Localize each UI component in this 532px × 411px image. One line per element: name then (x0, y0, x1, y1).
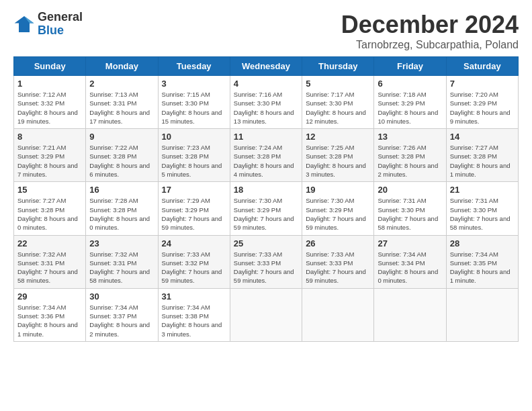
calendar-cell: 7Sunrise: 7:20 AMSunset: 3:29 PMDaylight… (446, 76, 518, 129)
day-info: Sunrise: 7:21 AMSunset: 3:29 PMDaylight:… (17, 143, 82, 179)
calendar-cell: 18Sunrise: 7:30 AMSunset: 3:29 PMDayligh… (230, 182, 302, 235)
calendar-cell: 6Sunrise: 7:18 AMSunset: 3:29 PMDaylight… (374, 76, 446, 129)
day-info: Sunrise: 7:31 AMSunset: 3:30 PMDaylight:… (378, 196, 442, 232)
page-header: General Blue December 2024 Tarnobrzeg, S… (13, 11, 519, 51)
day-number: 6 (378, 79, 442, 89)
day-number: 13 (378, 132, 442, 142)
day-number: 15 (17, 185, 82, 195)
day-number: 24 (162, 238, 226, 248)
calendar-cell (446, 288, 518, 341)
day-info: Sunrise: 7:32 AMSunset: 3:31 PMDaylight:… (89, 250, 154, 285)
day-number: 31 (162, 291, 226, 302)
title-block: December 2024 Tarnobrzeg, Subcarpathia, … (341, 11, 519, 51)
day-info: Sunrise: 7:34 AMSunset: 3:38 PMDaylight:… (162, 303, 226, 338)
day-info: Sunrise: 7:17 AMSunset: 3:30 PMDaylight:… (306, 90, 370, 126)
day-info: Sunrise: 7:25 AMSunset: 3:28 PMDaylight:… (306, 143, 370, 179)
day-info: Sunrise: 7:32 AMSunset: 3:31 PMDaylight:… (17, 250, 82, 285)
day-number: 17 (162, 185, 226, 195)
day-number: 18 (234, 185, 298, 195)
day-number: 26 (306, 238, 370, 248)
day-info: Sunrise: 7:31 AMSunset: 3:30 PMDaylight:… (450, 196, 515, 232)
day-number: 28 (450, 238, 515, 248)
day-info: Sunrise: 7:27 AMSunset: 3:28 PMDaylight:… (17, 196, 82, 232)
day-info: Sunrise: 7:34 AMSunset: 3:34 PMDaylight:… (378, 250, 442, 285)
day-of-week-header: Monday (86, 57, 158, 76)
calendar-cell: 4Sunrise: 7:16 AMSunset: 3:30 PMDaylight… (230, 76, 302, 129)
calendar-cell: 27Sunrise: 7:34 AMSunset: 3:34 PMDayligh… (374, 235, 446, 288)
calendar-cell: 8Sunrise: 7:21 AMSunset: 3:29 PMDaylight… (14, 129, 86, 182)
calendar-cell: 30Sunrise: 7:34 AMSunset: 3:37 PMDayligh… (86, 288, 158, 341)
day-of-week-header: Thursday (302, 57, 374, 76)
month-title: December 2024 (341, 11, 519, 39)
day-info: Sunrise: 7:18 AMSunset: 3:29 PMDaylight:… (378, 90, 442, 126)
day-info: Sunrise: 7:30 AMSunset: 3:29 PMDaylight:… (306, 196, 370, 232)
logo-text: General Blue (38, 11, 83, 38)
day-of-week-header: Sunday (14, 57, 86, 76)
calendar-cell: 16Sunrise: 7:28 AMSunset: 3:28 PMDayligh… (86, 182, 158, 235)
calendar-cell: 17Sunrise: 7:29 AMSunset: 3:29 PMDayligh… (158, 182, 230, 235)
location-title: Tarnobrzeg, Subcarpathia, Poland (341, 39, 519, 51)
calendar-cell: 23Sunrise: 7:32 AMSunset: 3:31 PMDayligh… (86, 235, 158, 288)
day-info: Sunrise: 7:16 AMSunset: 3:30 PMDaylight:… (234, 90, 298, 126)
calendar-cell: 1Sunrise: 7:12 AMSunset: 3:32 PMDaylight… (14, 76, 86, 129)
logo: General Blue (13, 11, 83, 38)
logo-icon (13, 13, 35, 35)
day-info: Sunrise: 7:26 AMSunset: 3:28 PMDaylight:… (378, 143, 442, 179)
day-of-week-header: Friday (374, 57, 446, 76)
day-number: 16 (89, 185, 154, 195)
day-info: Sunrise: 7:28 AMSunset: 3:28 PMDaylight:… (89, 196, 154, 232)
calendar-cell: 3Sunrise: 7:15 AMSunset: 3:30 PMDaylight… (158, 76, 230, 129)
calendar-week-row: 1Sunrise: 7:12 AMSunset: 3:32 PMDaylight… (14, 76, 519, 129)
calendar-cell: 20Sunrise: 7:31 AMSunset: 3:30 PMDayligh… (374, 182, 446, 235)
day-info: Sunrise: 7:33 AMSunset: 3:33 PMDaylight:… (234, 250, 298, 285)
day-info: Sunrise: 7:13 AMSunset: 3:31 PMDaylight:… (89, 90, 154, 126)
day-number: 9 (89, 132, 154, 142)
day-info: Sunrise: 7:33 AMSunset: 3:33 PMDaylight:… (306, 250, 370, 285)
calendar-cell (374, 288, 446, 341)
day-number: 29 (17, 291, 82, 302)
day-info: Sunrise: 7:34 AMSunset: 3:36 PMDaylight:… (17, 303, 82, 338)
calendar-week-row: 15Sunrise: 7:27 AMSunset: 3:28 PMDayligh… (14, 182, 519, 235)
day-number: 8 (17, 132, 82, 142)
day-number: 23 (89, 238, 154, 248)
day-info: Sunrise: 7:23 AMSunset: 3:28 PMDaylight:… (162, 143, 226, 179)
calendar-cell: 25Sunrise: 7:33 AMSunset: 3:33 PMDayligh… (230, 235, 302, 288)
logo-blue: Blue (38, 24, 83, 38)
calendar-cell: 9Sunrise: 7:22 AMSunset: 3:28 PMDaylight… (86, 129, 158, 182)
day-number: 4 (234, 79, 298, 89)
day-number: 12 (306, 132, 370, 142)
calendar-cell: 5Sunrise: 7:17 AMSunset: 3:30 PMDaylight… (302, 76, 374, 129)
day-info: Sunrise: 7:20 AMSunset: 3:29 PMDaylight:… (450, 90, 515, 126)
day-of-week-header: Wednesday (230, 57, 302, 76)
calendar-cell: 15Sunrise: 7:27 AMSunset: 3:28 PMDayligh… (14, 182, 86, 235)
calendar-cell (302, 288, 374, 341)
day-number: 1 (17, 79, 82, 89)
calendar-cell: 22Sunrise: 7:32 AMSunset: 3:31 PMDayligh… (14, 235, 86, 288)
day-number: 11 (234, 132, 298, 142)
day-info: Sunrise: 7:29 AMSunset: 3:29 PMDaylight:… (162, 196, 226, 232)
calendar-cell: 11Sunrise: 7:24 AMSunset: 3:28 PMDayligh… (230, 129, 302, 182)
day-info: Sunrise: 7:27 AMSunset: 3:28 PMDaylight:… (450, 143, 515, 179)
day-info: Sunrise: 7:22 AMSunset: 3:28 PMDaylight:… (89, 143, 154, 179)
day-info: Sunrise: 7:34 AMSunset: 3:35 PMDaylight:… (450, 250, 515, 285)
day-number: 10 (162, 132, 226, 142)
day-info: Sunrise: 7:24 AMSunset: 3:28 PMDaylight:… (234, 143, 298, 179)
day-number: 30 (89, 291, 154, 302)
calendar-cell: 2Sunrise: 7:13 AMSunset: 3:31 PMDaylight… (86, 76, 158, 129)
svg-marker-0 (15, 16, 34, 32)
calendar-cell: 28Sunrise: 7:34 AMSunset: 3:35 PMDayligh… (446, 235, 518, 288)
day-of-week-header: Tuesday (158, 57, 230, 76)
day-number: 19 (306, 185, 370, 195)
day-number: 7 (450, 79, 515, 89)
day-of-week-header: Saturday (446, 57, 518, 76)
day-number: 21 (450, 185, 515, 195)
day-number: 3 (162, 79, 226, 89)
calendar-cell: 14Sunrise: 7:27 AMSunset: 3:28 PMDayligh… (446, 129, 518, 182)
calendar-cell: 29Sunrise: 7:34 AMSunset: 3:36 PMDayligh… (14, 288, 86, 341)
day-number: 5 (306, 79, 370, 89)
day-info: Sunrise: 7:15 AMSunset: 3:30 PMDaylight:… (162, 90, 226, 126)
calendar-cell (230, 288, 302, 341)
calendar-cell: 31Sunrise: 7:34 AMSunset: 3:38 PMDayligh… (158, 288, 230, 341)
calendar-cell: 26Sunrise: 7:33 AMSunset: 3:33 PMDayligh… (302, 235, 374, 288)
calendar-week-row: 22Sunrise: 7:32 AMSunset: 3:31 PMDayligh… (14, 235, 519, 288)
